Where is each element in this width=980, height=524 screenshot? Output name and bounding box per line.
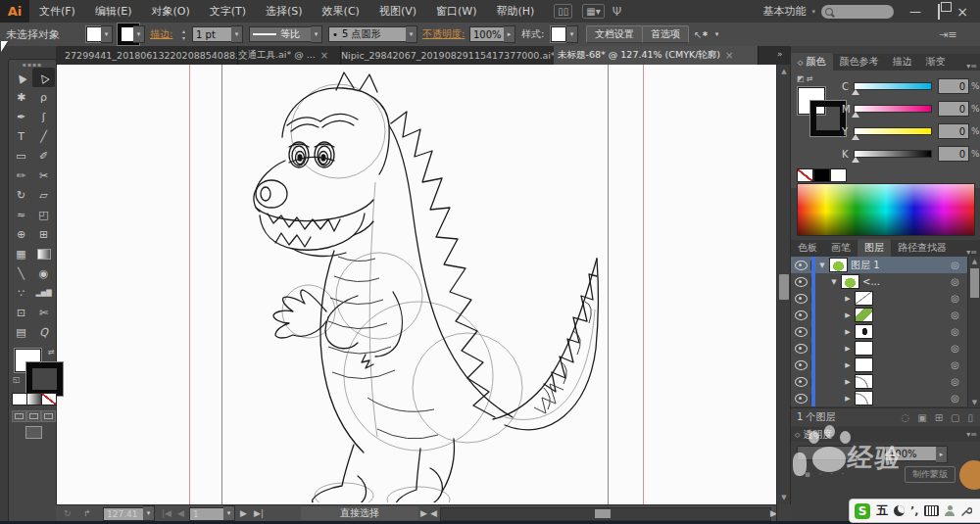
- gradient-mode-button[interactable]: [26, 393, 42, 405]
- none-mode-button[interactable]: [41, 393, 57, 405]
- scroll-up-icon[interactable]: ▲: [777, 68, 791, 75]
- layer-row[interactable]: ▶ ◎: [791, 323, 967, 341]
- cyan-slider[interactable]: [854, 82, 932, 90]
- control-bar-menu-icon[interactable]: ⇥≡: [939, 26, 956, 42]
- expand-icon[interactable]: ▼: [817, 262, 827, 269]
- target-icon[interactable]: ◎: [951, 343, 959, 354]
- tab-brushes[interactable]: 画笔: [824, 239, 858, 257]
- layer-row[interactable]: ▶ ◎: [791, 307, 967, 324]
- opacity-dropdown-icon[interactable]: ▸: [504, 25, 515, 43]
- fill-dropdown-icon[interactable]: ▾: [101, 25, 113, 43]
- opacity-panel-link[interactable]: 不透明度:: [422, 26, 465, 42]
- guide-line-left[interactable]: [189, 65, 190, 504]
- layer-row[interactable]: ▶ ◎: [791, 373, 967, 391]
- perspective-grid-tool[interactable]: ⊞: [32, 224, 55, 244]
- document-tab[interactable]: 27299441_20180613220208854088.ai*×: [61, 46, 238, 65]
- stroke-width-field[interactable]: 1 pt: [192, 26, 233, 42]
- tab-stroke[interactable]: 描边: [886, 53, 919, 71]
- target-icon[interactable]: ◎: [951, 376, 959, 387]
- visibility-toggle[interactable]: [791, 394, 811, 404]
- draw-behind-mode-button[interactable]: [26, 410, 41, 422]
- next-artboard-icon[interactable]: ▶: [240, 506, 247, 520]
- menu-effect[interactable]: 效果(C): [313, 0, 369, 23]
- vertical-scroll-thumb[interactable]: [779, 274, 789, 300]
- first-artboard-icon[interactable]: |◀: [162, 506, 172, 520]
- shape-builder-tool[interactable]: ⊕: [10, 224, 32, 244]
- brush-definition-combo[interactable]: • 5 点圆形: [328, 26, 411, 42]
- black-value-field[interactable]: 0: [938, 146, 969, 162]
- cyan-value-field[interactable]: 0: [938, 78, 969, 94]
- workspace-dropdown-icon[interactable]: ▾: [811, 8, 815, 16]
- share-icon[interactable]: ↱: [83, 506, 91, 520]
- visibility-toggle[interactable]: [791, 294, 811, 304]
- eyedropper-tool[interactable]: ╲: [10, 263, 32, 283]
- document-setup-button[interactable]: 文档设置: [586, 25, 643, 43]
- menu-edit[interactable]: 编辑(E): [85, 0, 142, 23]
- tab-close-icon[interactable]: ×: [320, 50, 328, 61]
- magenta-slider-handle[interactable]: [852, 112, 859, 118]
- target-icon[interactable]: ◎: [951, 393, 959, 404]
- transparency-opacity-dropdown-icon[interactable]: ▸: [936, 446, 948, 463]
- magic-wand-tool[interactable]: ✱: [10, 87, 32, 107]
- layer-row[interactable]: ▶ ◎: [791, 340, 967, 357]
- ime-account-icon[interactable]: [945, 505, 955, 516]
- yellow-slider[interactable]: [854, 127, 932, 135]
- tools-panel-handle[interactable]: ▪▪▪▪: [9, 60, 56, 68]
- visibility-toggle[interactable]: [791, 344, 811, 354]
- ime-logo[interactable]: S: [855, 503, 870, 519]
- rotate-tool[interactable]: ↻: [10, 185, 32, 205]
- pointer-options-icon[interactable]: ↖✱: [694, 26, 708, 42]
- white-swatch[interactable]: [830, 168, 847, 182]
- visibility-toggle[interactable]: [791, 261, 811, 270]
- menu-help[interactable]: 帮助(H): [486, 0, 544, 23]
- color-mode-button[interactable]: [12, 393, 27, 405]
- menu-view[interactable]: 视图(V): [369, 0, 426, 23]
- visibility-toggle[interactable]: [791, 360, 811, 370]
- make-clip-mask-icon[interactable]: ▣: [917, 412, 926, 423]
- panel-menu-icon[interactable]: ▾≡: [966, 248, 980, 257]
- width-tool[interactable]: ≈: [10, 205, 32, 224]
- line-segment-tool[interactable]: ╱: [32, 126, 55, 146]
- menu-window[interactable]: 窗口(W): [426, 0, 486, 23]
- close-button[interactable]: ×: [951, 4, 974, 20]
- stroke-width-dropdown-icon[interactable]: ▾: [231, 25, 243, 43]
- layer-thumbnail[interactable]: [841, 274, 859, 289]
- layer-thumbnail[interactable]: [855, 391, 873, 405]
- new-sublayer-icon[interactable]: ⊞: [935, 412, 943, 423]
- mesh-tool[interactable]: ▦: [10, 244, 32, 263]
- target-icon[interactable]: ◎: [951, 310, 959, 320]
- stroke-swatch-control[interactable]: [26, 362, 63, 396]
- tab-close-icon[interactable]: ×: [725, 50, 733, 61]
- target-icon[interactable]: ◎: [951, 359, 959, 370]
- draw-normal-mode-button[interactable]: [12, 410, 26, 422]
- prev-artboard-icon[interactable]: ◀: [177, 506, 184, 520]
- scroll-down-icon[interactable]: ▼: [777, 494, 791, 501]
- color-spectrum-bar[interactable]: [797, 183, 975, 236]
- selection-tool[interactable]: ▲: [10, 68, 32, 87]
- black-swatch[interactable]: [813, 168, 830, 182]
- magenta-slider[interactable]: [854, 105, 932, 113]
- scale-tool[interactable]: ▱: [32, 185, 55, 205]
- ime-fullhalf-moon-icon[interactable]: [894, 505, 905, 516]
- workspace-switcher[interactable]: 基本功能: [762, 4, 806, 19]
- restore-button[interactable]: [927, 5, 951, 19]
- new-layer-icon[interactable]: ▢: [951, 412, 959, 423]
- layer-thumbnail[interactable]: [855, 291, 873, 306]
- layer-row[interactable]: ▼ 图层 1 ◎: [791, 257, 967, 274]
- layer-name[interactable]: 图层 1: [851, 259, 880, 272]
- opacity-field[interactable]: 100%: [469, 26, 509, 42]
- width-profile-combo[interactable]: 等比: [249, 26, 314, 42]
- fill-color-swatch[interactable]: [86, 26, 102, 42]
- tab-overflow-icon[interactable]: »: [777, 49, 783, 59]
- target-icon[interactable]: ◎: [951, 276, 959, 287]
- ime-punctuation-icon[interactable]: ’,: [910, 504, 918, 517]
- screen-mode-button[interactable]: [25, 426, 42, 439]
- artboard-tool[interactable]: ⊡: [10, 303, 32, 322]
- artboard-number-field[interactable]: 1: [189, 507, 228, 521]
- layer-thumbnail[interactable]: [829, 258, 848, 272]
- zoom-tool[interactable]: Q: [32, 322, 55, 342]
- menu-file[interactable]: 文件(F): [29, 0, 85, 23]
- panel-menu-icon[interactable]: ▾≡: [966, 62, 980, 71]
- preferences-button[interactable]: 首选项: [642, 25, 689, 43]
- expand-icon[interactable]: ▶: [843, 328, 853, 336]
